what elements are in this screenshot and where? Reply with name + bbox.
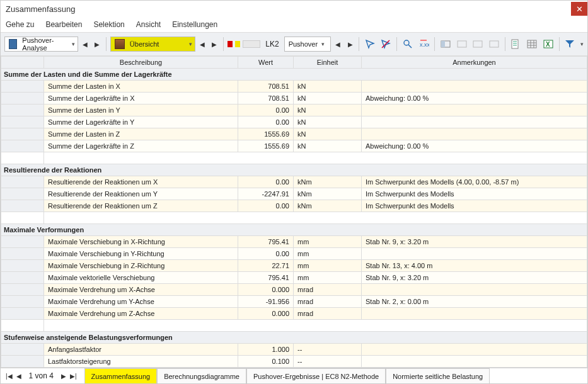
nav-next-1[interactable]: ▶ [93, 37, 102, 51]
nav-next-3[interactable]: ▶ [345, 37, 355, 51]
cell-unit: kN [294, 140, 362, 152]
cell-unit: mm [294, 248, 362, 260]
cell-desc: Maximale Verdrehung um X-Achse [44, 284, 238, 296]
layout3-icon[interactable] [471, 37, 485, 52]
cell-desc: Maximale Verschiebung in X-Richtung [44, 236, 238, 248]
cell-desc: Summe der Lasten in X [44, 81, 238, 93]
table-row[interactable]: Resultierende der Reaktionen um Y-2247.9… [1, 188, 587, 200]
page-prev[interactable]: ◀ [16, 373, 21, 380]
cell-desc: Resultierende der Reaktionen um Y [44, 188, 238, 200]
tab-diagrams[interactable]: Berechnungsdiagramme [157, 368, 246, 383]
close-button[interactable]: ✕ [571, 2, 587, 16]
excel-icon[interactable]: X [541, 37, 555, 52]
row-index [1, 176, 44, 188]
row-index [1, 272, 44, 284]
col-val: Wert [238, 57, 294, 69]
menu-goto[interactable]: Gehe zu [6, 20, 34, 29]
cell-rem: Abweichung: 0.00 % [362, 93, 587, 104]
menu-edit[interactable]: Bearbeiten [45, 20, 82, 29]
svg-rect-14 [527, 40, 536, 48]
svg-rect-7 [458, 41, 466, 47]
cell-rem [362, 344, 587, 356]
menubar: Gehe zu Bearbeiten Selektion Ansicht Ein… [1, 17, 587, 32]
cell-rem: Im Schwerpunkt des Modells [362, 200, 587, 212]
page-next[interactable]: ▶ [61, 373, 66, 380]
nav-prev-2[interactable]: ◀ [198, 37, 207, 51]
menu-view[interactable]: Ansicht [136, 20, 161, 29]
table-row[interactable]: Lastfaktorsteigerung0.100-- [1, 356, 587, 368]
cell-desc: Maximale vektorielle Verschiebung [44, 272, 238, 284]
cell-unit: kN [294, 116, 362, 128]
table-row[interactable]: Maximale Verdrehung um X-Achse0.000mrad [1, 284, 587, 296]
table-row[interactable]: Summe der Lasten in Y0.00kN [1, 104, 587, 116]
page-last[interactable]: ▶| [70, 373, 77, 380]
loadcase-label: LK2 [263, 40, 281, 48]
sheet-tabs: Zusammenfassung Berechnungsdiagramme Pus… [84, 368, 490, 383]
cell-rem [362, 308, 587, 320]
deselect-icon[interactable] [379, 37, 393, 52]
table-row[interactable]: Summe der Lasten in Z1555.69kN [1, 128, 587, 140]
menu-settings[interactable]: Einstellungen [172, 20, 217, 29]
table-row[interactable]: Summe der Lagerkräfte in X708.51kNAbweic… [1, 93, 587, 104]
cell-unit: kN [294, 128, 362, 140]
page-first[interactable]: |◀ [6, 373, 13, 380]
table-icon[interactable] [525, 37, 539, 52]
table-row[interactable]: Maximale Verdrehung um Z-Achse0.000mrad [1, 308, 587, 320]
row-index [1, 93, 44, 104]
zoom-icon[interactable] [401, 37, 415, 52]
table-row[interactable]: Maximale Verdrehung um Y-Achse-91.956mra… [1, 296, 587, 308]
cell-unit: kN [294, 104, 362, 116]
cell-unit: kNm [294, 176, 362, 188]
cell-rem [362, 356, 587, 368]
cell-desc: Lastfaktorsteigerung [44, 356, 238, 368]
nav-prev-3[interactable]: ◀ [333, 37, 343, 51]
table-row[interactable]: Maximale Verschiebung in Z-Richtung22.71… [1, 260, 587, 272]
select-icon[interactable] [363, 37, 377, 52]
table-row[interactable]: Maximale Verschiebung in Y-Richtung0.00m… [1, 248, 587, 260]
cell-unit: mm [294, 272, 362, 284]
layout2-icon[interactable] [455, 37, 469, 52]
table-row[interactable]: Resultierende der Reaktionen um X0.00kNm… [1, 176, 587, 188]
blank-row [1, 212, 587, 224]
tab-lateral[interactable]: Normierte seitliche Belastung [386, 368, 490, 383]
results-grid[interactable]: Beschreibung Wert Einheit Anmerkungen Su… [1, 56, 587, 368]
decimals-icon[interactable]: x.xx [417, 37, 431, 52]
filter-chevron-icon[interactable]: ▾ [580, 41, 584, 47]
chevron-down-icon: ▾ [72, 41, 75, 47]
table-row[interactable]: Summe der Lagerkräfte in Z1555.69kNAbwei… [1, 140, 587, 152]
table-row[interactable]: Maximale vektorielle Verschiebung795.41m… [1, 272, 587, 284]
table-row[interactable]: Summe der Lasten in X708.51kN [1, 81, 587, 93]
cell-val: 0.000 [238, 284, 294, 296]
filter-icon[interactable] [563, 37, 577, 52]
blank-row [1, 320, 587, 332]
menu-select[interactable]: Selektion [93, 20, 124, 29]
nav-next-2[interactable]: ▶ [210, 37, 219, 51]
row-index [1, 296, 44, 308]
table-row[interactable]: Anfangslastfaktor1.000-- [1, 344, 587, 356]
cell-rem [362, 104, 587, 116]
cell-desc: Maximale Verdrehung um Y-Achse [44, 296, 238, 308]
report-icon[interactable] [509, 37, 523, 52]
separator [434, 37, 435, 51]
result-dropdown[interactable]: Pushover ▾ [284, 37, 331, 52]
view-dropdown[interactable]: Übersicht ▾ [110, 37, 195, 52]
cell-unit: kN [294, 93, 362, 104]
tab-pushover[interactable]: Pushover-Ergebnisse | EC8 N2-Methode [246, 368, 386, 383]
nav-prev-1[interactable]: ◀ [81, 37, 90, 51]
cell-rem: Stab Nr. 2, x: 0.00 m [362, 296, 587, 308]
cell-rem: Im Schwerpunkt des Modells [362, 188, 587, 200]
table-row[interactable]: Summe der Lagerkräfte in Y0.00kN [1, 116, 587, 128]
svg-point-1 [404, 40, 409, 45]
layout4-icon[interactable] [487, 37, 501, 52]
analysis-dropdown[interactable]: Pushover-Analyse ▾ [4, 37, 78, 52]
table-row[interactable]: Resultierende der Reaktionen um Z0.00kNm… [1, 200, 587, 212]
layout1-icon[interactable] [439, 37, 453, 52]
cell-unit: mm [294, 260, 362, 272]
tab-summary[interactable]: Zusammenfassung [84, 368, 158, 383]
cell-desc: Anfangslastfaktor [44, 344, 238, 356]
cell-val: 0.00 [238, 104, 294, 116]
row-index [1, 248, 44, 260]
cell-val: 1555.69 [238, 128, 294, 140]
table-row[interactable]: Maximale Verschiebung in X-Richtung795.4… [1, 236, 587, 248]
section-header: Stufenweise ansteigende Belastungsverfor… [1, 332, 587, 344]
